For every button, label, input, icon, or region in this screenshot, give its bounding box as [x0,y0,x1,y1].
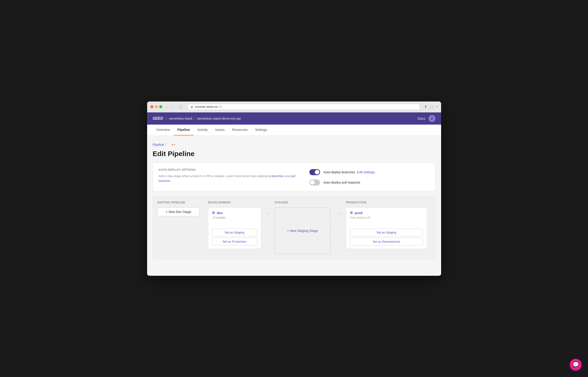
tab-pipeline[interactable]: Pipeline [174,125,194,136]
breadcrumb-separator: > [165,117,167,120]
prod-auto-deploy: Auto-deploy off [350,216,423,219]
sidebar-button[interactable]: ⬜ [177,104,183,109]
traffic-lights [150,105,162,108]
prod-stage-card: ⚙ prod Auto-deploy off Set as Staging Se… [346,207,427,249]
avatar[interactable]: 👤 [429,115,436,122]
toggle-pr-row: Auto-deploy pull requests [309,179,376,186]
prod-set-staging-button[interactable]: Set as Staging [350,229,423,236]
new-staging-stage-button[interactable]: + New Staging Stage [275,207,331,254]
toggle-branches-label: Auto-deploy branches. Edit settings. [323,170,376,174]
breadcrumb-slash-2: / [166,143,167,146]
breadcrumb: Pipeline / ← [153,141,436,148]
branches-link[interactable]: branches [271,174,284,178]
toggle-pr[interactable] [309,179,320,186]
back-button[interactable]: ‹ [166,105,170,109]
lock-icon: 🔒 [190,105,193,108]
edit-settings-link[interactable]: Edit settings. [357,170,376,174]
page-content: Pipeline / ← Edit Pipeline AUTO-DEPLOY O… [147,136,441,276]
gear-icon-prod: ⚙ [350,211,353,215]
app-header: SEED > serverless-stack / serverless-sta… [147,112,441,125]
arrow-dev-staging: → [265,211,271,216]
dev-set-production-button[interactable]: Set as Production [212,238,257,246]
auto-deploy-label: AUTO-DEPLOY OPTIONS [158,168,296,171]
breadcrumb-org[interactable]: serverless-stack [169,117,192,120]
minimize-dot[interactable] [155,105,158,108]
auto-deploy-card: AUTO-DEPLOY OPTIONS Add a new stage when… [153,162,436,191]
nav-tabs: Overview Pipeline Activity Issues Resour… [147,125,441,136]
staging-label: STAGING [275,201,332,204]
tab-issues[interactable]: Issues [212,125,228,136]
tab-activity[interactable]: Activity [194,125,212,136]
development-label: DEVELOPMENT [208,201,261,204]
seed-logo[interactable]: SEED [153,117,163,121]
branch-icon-dev: ⎇ [212,216,215,219]
share-button[interactable]: ⬆ [424,105,427,109]
chat-button[interactable]: 💬 [570,359,581,370]
url-text: console.seed.run [195,105,218,108]
dev-set-staging-button[interactable]: Set as Staging [212,229,257,236]
toggle-branches[interactable] [309,169,320,175]
breadcrumb-app[interactable]: serverless-stack-demo-ext-api [197,117,241,120]
close-dot[interactable] [150,105,153,108]
docs-link[interactable]: Docs [418,117,425,120]
toggle-pr-label: Auto-deploy pull requests [323,181,360,184]
back-arrow: ← [170,141,177,148]
reload-button[interactable]: ↻ [219,105,222,109]
duplicate-tab-button[interactable]: ⬜ [429,105,434,109]
tab-resources[interactable]: Resources [228,125,251,136]
address-bar[interactable]: 🔒 console.seed.run ↻ [188,104,420,110]
auto-deploy-desc: Add a new stage when a branch or PR is c… [158,174,296,184]
arrow-staging-prod: → [336,211,342,216]
tab-overview[interactable]: Overview [153,125,174,136]
gear-icon-dev: ⚙ [212,211,215,215]
dev-stage-name[interactable]: dev [217,211,223,215]
maximize-dot[interactable] [159,105,162,108]
chat-icon: 💬 [573,362,579,368]
production-label: PRODUCTION [346,201,427,204]
pipeline-card: EDITING PIPELINE + New Dev Stage DEVELOP… [153,196,436,259]
toggle-branches-row: Auto-deploy branches. Edit settings. [309,169,376,175]
new-tab-button[interactable]: + [436,105,438,109]
dev-stage-card: ⚙ dev ⎇ master Set as Staging Set as Pro… [208,207,261,249]
forward-button[interactable]: › [170,105,174,109]
new-dev-stage-button[interactable]: + New Dev Stage [158,207,200,216]
prod-stage-name[interactable]: prod [355,211,362,215]
editing-pipeline-label: EDITING PIPELINE [158,201,200,204]
prod-set-dev-button[interactable]: Set as Development [350,238,423,246]
tab-settings[interactable]: Settings [251,125,271,136]
dev-branch: master [216,216,226,219]
page-title: Edit Pipeline [153,150,436,158]
pipeline-breadcrumb-link[interactable]: Pipeline [153,143,164,146]
breadcrumb-slash: / [194,117,195,120]
